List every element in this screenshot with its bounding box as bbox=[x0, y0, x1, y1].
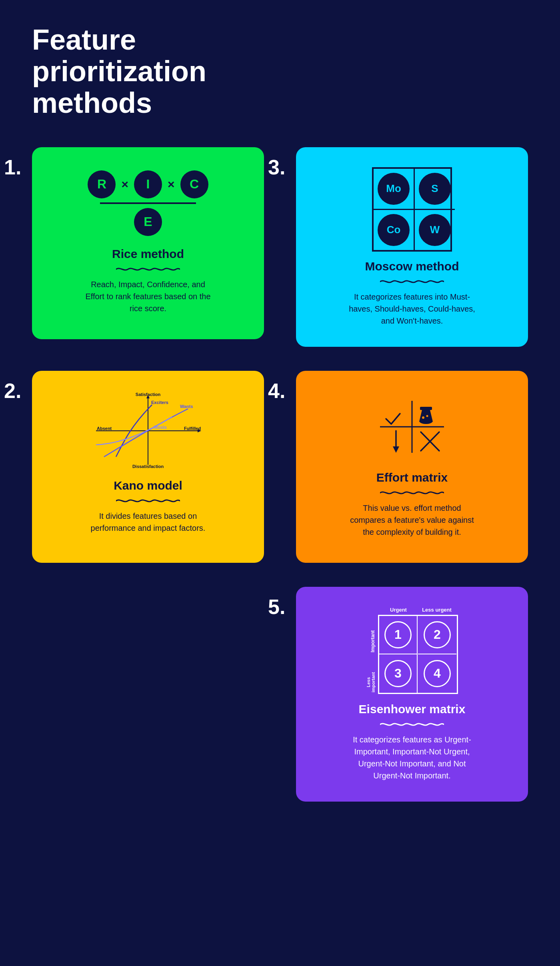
eisenhower-card: Urgent Less urgent Important Lessimporta… bbox=[296, 587, 528, 802]
svg-text:Dissatisfaction: Dissatisfaction bbox=[132, 464, 164, 469]
moscow-method-wrapper: 3. Mo S Co W bbox=[296, 147, 528, 347]
kano-method-wrapper: 2. Satisfaction Dissatisfaction Absent F… bbox=[32, 371, 264, 563]
kano-visual-container: Satisfaction Dissatisfaction Absent Fulf… bbox=[48, 391, 248, 471]
method-number-1: 1. bbox=[4, 155, 21, 179]
kano-svg: Satisfaction Dissatisfaction Absent Fulf… bbox=[92, 393, 204, 469]
eisenhower-visual: Urgent Less urgent Important Lessimporta… bbox=[312, 607, 512, 694]
rice-i: I bbox=[134, 170, 162, 198]
methods-grid: 1. R × I × C E bbox=[32, 147, 528, 802]
method-number-3: 3. bbox=[268, 155, 285, 179]
rice-description: Reach, Impact, Confidence, and Effort to… bbox=[84, 278, 212, 314]
effort-visual bbox=[312, 391, 512, 463]
effort-method-wrapper: 4. bbox=[296, 371, 528, 563]
moscow-title: Moscow method bbox=[365, 260, 459, 273]
kano-card: Satisfaction Dissatisfaction Absent Fulf… bbox=[32, 371, 264, 563]
rice-bottom: E bbox=[134, 208, 162, 236]
moscow-s: S bbox=[419, 173, 451, 205]
svg-point-14 bbox=[422, 416, 424, 419]
eisenhower-description: It categorizes features as Urgent-Import… bbox=[348, 734, 476, 782]
eisenhower-num-4: 4 bbox=[424, 660, 451, 687]
effort-svg bbox=[376, 397, 448, 457]
eisenhower-cell-3: 3 bbox=[379, 654, 418, 693]
rice-method-wrapper: 1. R × I × C E bbox=[32, 147, 264, 347]
eisenhower-wavy bbox=[380, 721, 444, 728]
important-side: Important bbox=[370, 616, 376, 652]
page-title: Feature prioritization methods bbox=[32, 24, 184, 119]
eisenhower-grid-row: Important Lessimportant 1 2 bbox=[366, 614, 458, 694]
rice-wavy bbox=[116, 266, 180, 273]
rice-card: R × I × C E Rice method bbox=[32, 147, 264, 339]
svg-text:Musts: Musts bbox=[154, 425, 167, 430]
moscow-card: Mo S Co W Moscow method bbox=[296, 147, 528, 347]
method-number-4: 4. bbox=[268, 379, 285, 403]
svg-rect-13 bbox=[420, 407, 432, 410]
svg-text:Absent: Absent bbox=[97, 426, 112, 431]
moscow-co: Co bbox=[378, 214, 410, 246]
svg-marker-17 bbox=[393, 446, 399, 453]
effort-title: Effort matrix bbox=[376, 471, 448, 484]
eisenhower-grid: 1 2 3 4 bbox=[378, 615, 458, 694]
moscow-description: It categorizes features into Must-haves,… bbox=[348, 291, 476, 327]
eisenhower-title: Eisenhower matrix bbox=[359, 702, 466, 716]
method-number-2: 2. bbox=[4, 379, 21, 403]
eisenhower-num-3: 3 bbox=[384, 660, 412, 687]
eisenhower-num-1: 1 bbox=[384, 621, 412, 648]
kano-title: Kano model bbox=[114, 479, 182, 492]
rice-r: R bbox=[88, 170, 116, 198]
moscow-w-cell: W bbox=[415, 210, 455, 250]
eisenhower-cell-4: 4 bbox=[418, 654, 456, 693]
moscow-grid: Mo S Co W bbox=[372, 167, 452, 252]
kano-description: It divides features based on performance… bbox=[84, 510, 212, 534]
eisenhower-method-wrapper: 5. Urgent Less urgent Important Lessimpo… bbox=[296, 587, 528, 802]
page-container: Feature prioritization methods 1. R × I … bbox=[32, 24, 528, 942]
rice-title: Rice method bbox=[112, 247, 184, 261]
eisenhower-cell-2: 2 bbox=[418, 616, 456, 654]
moscow-s-cell: S bbox=[415, 169, 455, 210]
rice-times-2: × bbox=[168, 178, 175, 191]
eisenhower-top-labels: Urgent Less urgent bbox=[368, 607, 456, 613]
rice-visual: R × I × C E bbox=[48, 167, 248, 239]
rice-e: E bbox=[134, 208, 162, 236]
moscow-w: W bbox=[419, 214, 451, 246]
method-number-5: 5. bbox=[268, 595, 285, 619]
moscow-visual: Mo S Co W bbox=[312, 167, 512, 252]
kano-wavy bbox=[116, 497, 180, 504]
moscow-mo-cell: Mo bbox=[374, 169, 415, 210]
eisenhower-cell-1: 1 bbox=[379, 616, 418, 654]
urgent-label: Urgent bbox=[379, 607, 418, 613]
less-urgent-label: Less urgent bbox=[418, 607, 456, 613]
effort-description: This value vs. effort method compares a … bbox=[348, 502, 476, 538]
rice-top: R × I × C bbox=[88, 170, 208, 198]
effort-wavy bbox=[380, 489, 444, 496]
less-important-side: Lessimportant bbox=[366, 656, 376, 692]
eisenhower-side-labels: Important Lessimportant bbox=[366, 614, 376, 694]
svg-text:Exciters: Exciters bbox=[151, 400, 168, 405]
moscow-mo: Mo bbox=[378, 173, 410, 205]
eisenhower-num-2: 2 bbox=[424, 621, 451, 648]
moscow-wavy bbox=[380, 278, 444, 285]
rice-formula: R × I × C E bbox=[88, 170, 208, 236]
rice-divider bbox=[100, 202, 196, 204]
moscow-co-cell: Co bbox=[374, 210, 415, 250]
svg-point-15 bbox=[426, 415, 428, 417]
effort-card: Effort matrix This value vs. effort meth… bbox=[296, 371, 528, 563]
rice-c: C bbox=[180, 170, 208, 198]
rice-times-1: × bbox=[121, 178, 128, 191]
svg-text:Wants: Wants bbox=[180, 404, 193, 409]
